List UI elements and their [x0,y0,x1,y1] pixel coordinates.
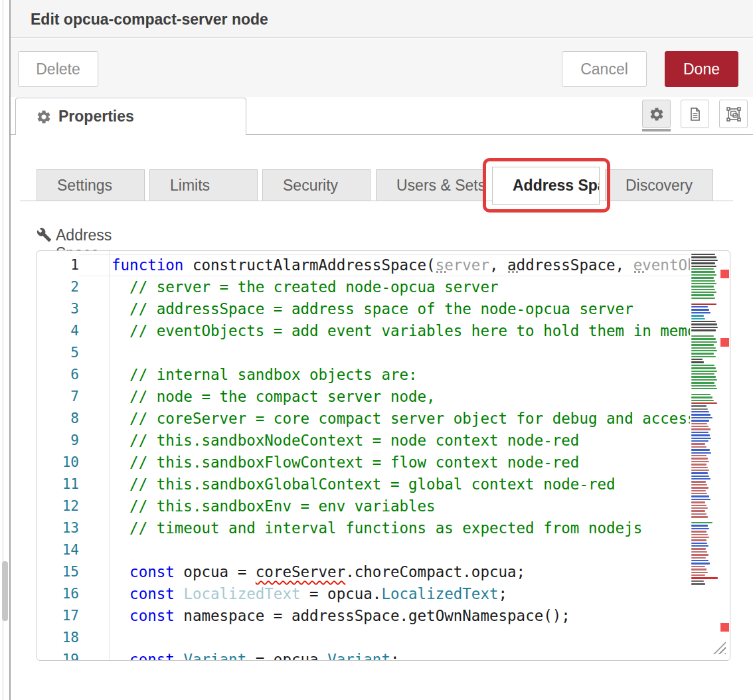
code-line: 14 [37,539,690,561]
dialog-title: Edit opcua-compact-server node [31,11,268,29]
line-number: 8 [37,408,79,430]
done-button[interactable]: Done [665,51,738,87]
code-line: 3 // addressSpace = address space of the… [37,298,690,320]
tab-discovery[interactable]: Discovery [605,169,713,201]
code-line: 15 const opcua = coreServer.choreCompact… [37,561,690,583]
line-number: 16 [37,583,79,605]
code-line: 19 const Variant = opcua.Variant; [37,649,690,661]
line-number: 9 [37,430,79,452]
line-number: 19 [37,649,79,661]
line-number: 10 [37,452,79,474]
line-number: 3 [37,298,79,320]
code-line: 18 [37,627,690,649]
line-number: 18 [37,627,79,649]
tab-address-space[interactable]: Address Space [492,167,600,205]
line-number: 14 [37,539,79,561]
code-line: 7 // node = the compact server node, [37,386,690,408]
code-line: 1function constructAlarmAddressSpace(ser… [37,254,690,276]
dialog-header: Edit opcua-compact-server node [11,0,753,38]
error-marker[interactable] [720,623,729,632]
tab-settings[interactable]: Settings [37,169,145,201]
wrench-icon [37,227,52,242]
active-editor-indicator [642,129,671,131]
code-line: 11 // this.sandboxGlobalContext = global… [37,474,690,495]
line-number: 1 [37,254,79,276]
line-number: 2 [37,276,79,298]
tab-properties[interactable]: Properties [15,98,246,135]
line-number: 17 [37,605,79,627]
description-button[interactable] [681,100,709,128]
code-lines: 1function constructAlarmAddressSpace(ser… [37,254,690,661]
code-line: 4 // eventObjects = add event variables … [37,320,690,342]
line-number: 13 [37,517,79,539]
code-line: 2 // server = the created node-opcua ser… [37,276,690,298]
line-number: 6 [37,364,79,386]
line-number: 15 [37,561,79,583]
code-line: 10 // this.sandboxFlowContext = flow con… [37,452,690,474]
tab-security[interactable]: Security [262,169,371,201]
tab-users-sets[interactable]: Users & Sets [376,169,484,201]
code-line: 17 const namespace = addressSpace.getOwn… [37,605,690,627]
description-icon [687,106,703,122]
page-scrollbar-thumb[interactable] [2,561,8,621]
tab-limits[interactable]: Limits [149,169,258,201]
appearance-button[interactable] [719,100,748,128]
code-line: 13 // timeout and interval functions as … [37,517,690,539]
gear-icon [649,106,665,122]
code-line: 6 // internal sandbox objects are: [37,364,690,386]
line-number: 11 [37,474,79,495]
line-number: 12 [37,495,79,517]
minimap[interactable] [690,251,718,660]
code-line: 8 // coreServer = core compact server ob… [37,408,690,430]
error-marker[interactable] [720,270,729,278]
code-line: 12 // this.sandboxEnv = env variables [37,495,690,517]
gear-icon [36,109,52,125]
code-line: 5 [37,342,690,364]
cancel-button[interactable]: Cancel [562,51,647,87]
code-line: 9 // this.sandboxNodeContext = node cont… [37,430,690,452]
tray-border [9,0,11,700]
properties-editor-button[interactable] [642,100,671,128]
properties-tab-label: Properties [58,108,134,126]
appearance-icon [726,106,742,122]
delete-button[interactable]: Delete [18,51,98,87]
line-number: 5 [37,342,79,364]
line-number: 7 [37,386,79,408]
code-line: 16 const LocalizedText = opcua.Localized… [37,583,690,605]
code-editor[interactable]: 1function constructAlarmAddressSpace(ser… [37,250,730,661]
line-number: 4 [37,320,79,342]
error-marker[interactable] [720,338,729,347]
